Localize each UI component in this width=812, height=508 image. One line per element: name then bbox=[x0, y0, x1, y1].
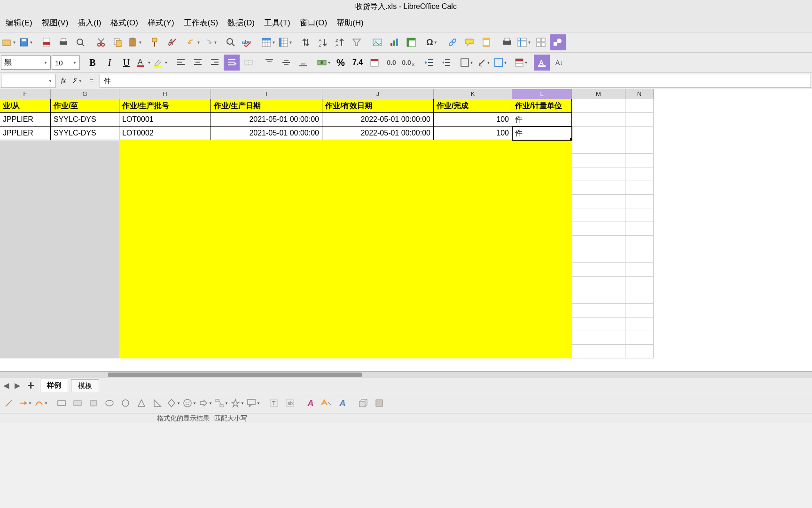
empty-cell[interactable] bbox=[119, 154, 211, 167]
empty-cell[interactable] bbox=[119, 249, 211, 263]
empty-cell[interactable] bbox=[572, 154, 625, 167]
split-button[interactable] bbox=[533, 34, 549, 50]
cell-K-0[interactable]: 100 bbox=[434, 113, 512, 127]
empty-cell[interactable] bbox=[0, 236, 51, 249]
header-G[interactable]: 作业/至 bbox=[51, 99, 119, 113]
define-print-area-button[interactable] bbox=[499, 34, 515, 50]
col-header-L[interactable]: L bbox=[512, 89, 572, 99]
empty-cell[interactable] bbox=[0, 263, 51, 277]
empty-cell[interactable] bbox=[434, 304, 512, 318]
empty-cell[interactable] bbox=[51, 318, 119, 331]
insert-textbox-icon[interactable]: ab bbox=[283, 396, 297, 410]
empty-cell[interactable] bbox=[572, 304, 625, 318]
empty-cell[interactable] bbox=[572, 195, 625, 208]
empty-cell[interactable] bbox=[322, 236, 434, 249]
callout-icon[interactable]: ▼ bbox=[246, 396, 260, 410]
empty-cell[interactable] bbox=[211, 195, 322, 208]
save-button[interactable]: ▼ bbox=[18, 34, 34, 50]
empty-cell[interactable] bbox=[322, 304, 434, 318]
tab-prev-icon[interactable]: ◀ bbox=[2, 381, 10, 391]
empty-cell[interactable] bbox=[211, 181, 322, 195]
empty-cell[interactable] bbox=[211, 277, 322, 290]
extrusion-icon[interactable] bbox=[356, 396, 370, 410]
empty-cell[interactable] bbox=[211, 140, 322, 154]
stars-icon[interactable]: ▼ bbox=[230, 396, 244, 410]
highlight-button[interactable]: ▼ bbox=[152, 55, 168, 71]
date-button[interactable] bbox=[367, 55, 383, 71]
menu-styles[interactable]: 样式(Y) bbox=[143, 16, 179, 30]
empty-cell[interactable] bbox=[512, 208, 572, 222]
empty-cell[interactable] bbox=[512, 222, 572, 236]
empty-cell[interactable] bbox=[119, 236, 211, 249]
horizontal-scrollbar[interactable] bbox=[0, 371, 812, 378]
chart-button[interactable] bbox=[386, 34, 402, 50]
number-button[interactable]: 7.4 bbox=[350, 55, 366, 71]
empty-cell[interactable] bbox=[51, 222, 119, 236]
col-header-H[interactable]: H bbox=[119, 89, 211, 99]
empty-cell[interactable] bbox=[625, 263, 654, 277]
menu-insert[interactable]: 插入(I) bbox=[73, 16, 106, 30]
empty-cell[interactable] bbox=[211, 154, 322, 167]
empty-cell[interactable] bbox=[0, 290, 51, 304]
empty-cell[interactable] bbox=[322, 140, 434, 154]
empty-cell[interactable] bbox=[0, 331, 51, 345]
empty-cell[interactable] bbox=[625, 208, 654, 222]
spellcheck-button[interactable]: abc bbox=[240, 34, 256, 50]
empty-cell[interactable] bbox=[119, 263, 211, 277]
empty-cell[interactable] bbox=[211, 222, 322, 236]
empty-cell[interactable] bbox=[434, 249, 512, 263]
empty-cell[interactable] bbox=[322, 222, 434, 236]
curve-icon[interactable]: ▼ bbox=[34, 396, 48, 410]
empty-cell[interactable] bbox=[211, 304, 322, 318]
font-name-select[interactable]: 黑▼ bbox=[1, 56, 51, 70]
block-arrow-icon[interactable]: ▼ bbox=[198, 396, 212, 410]
empty-cell[interactable] bbox=[434, 236, 512, 249]
sheet-tab-sample[interactable]: 样例 bbox=[40, 379, 68, 392]
undo-button[interactable]: ▼ bbox=[185, 34, 201, 50]
sort-asc-button[interactable] bbox=[298, 34, 314, 50]
empty-cell[interactable] bbox=[0, 154, 51, 167]
cell-G-0[interactable]: SYYLC-DYS bbox=[51, 113, 119, 127]
empty-cell[interactable] bbox=[572, 277, 625, 290]
ellipse-icon[interactable] bbox=[102, 396, 117, 410]
empty-cell[interactable] bbox=[572, 140, 625, 154]
cell-H-1[interactable]: LOT0002 bbox=[119, 127, 211, 140]
empty-cell[interactable] bbox=[322, 263, 434, 277]
column-button[interactable]: ▼ bbox=[277, 34, 293, 50]
align-top-button[interactable] bbox=[261, 55, 277, 71]
insert-text-icon[interactable]: T bbox=[267, 396, 281, 410]
empty-cell[interactable] bbox=[572, 222, 625, 236]
font-size-select[interactable]: 10▼ bbox=[52, 56, 80, 70]
empty-cell[interactable] bbox=[0, 140, 51, 154]
spreadsheet-grid[interactable]: FGHIJKLMN 业/从作业/至作业/生产批号作业/生产日期作业/有效日期作业… bbox=[0, 89, 812, 371]
empty-cell[interactable] bbox=[625, 345, 654, 358]
empty-cell[interactable] bbox=[322, 195, 434, 208]
remove-decimal-button[interactable]: 0.0✕ bbox=[400, 55, 416, 71]
fontwork-b-icon[interactable] bbox=[320, 396, 334, 410]
headers-footers-button[interactable] bbox=[478, 34, 494, 50]
empty-cell[interactable] bbox=[512, 167, 572, 181]
empty-cell[interactable] bbox=[625, 290, 654, 304]
empty-cell[interactable] bbox=[119, 181, 211, 195]
empty-cell[interactable] bbox=[211, 236, 322, 249]
col-header-G[interactable]: G bbox=[51, 89, 119, 99]
empty-cell[interactable] bbox=[512, 345, 572, 358]
empty-cell[interactable] bbox=[51, 345, 119, 358]
rect-icon[interactable] bbox=[55, 396, 69, 410]
empty-cell[interactable] bbox=[512, 304, 572, 318]
arrow-icon[interactable]: ▼ bbox=[18, 396, 32, 410]
empty-cell[interactable] bbox=[625, 277, 654, 290]
sum-button[interactable]: Σ▼ bbox=[71, 75, 84, 87]
flowchart-icon[interactable]: ▼ bbox=[214, 396, 228, 410]
empty-cell[interactable] bbox=[512, 331, 572, 345]
empty-cell[interactable] bbox=[119, 208, 211, 222]
empty-cell[interactable] bbox=[625, 304, 654, 318]
menu-format[interactable]: 格式(O) bbox=[106, 16, 143, 30]
sheet-tab-template[interactable]: 模板 bbox=[71, 379, 99, 392]
empty-cell[interactable] bbox=[572, 318, 625, 331]
empty-cell[interactable] bbox=[51, 195, 119, 208]
cut-button[interactable] bbox=[93, 34, 109, 50]
cell-J-0[interactable]: 2022-05-01 00:00:00 bbox=[322, 113, 434, 127]
empty-cell[interactable] bbox=[625, 249, 654, 263]
header-F[interactable]: 业/从 bbox=[0, 99, 51, 113]
